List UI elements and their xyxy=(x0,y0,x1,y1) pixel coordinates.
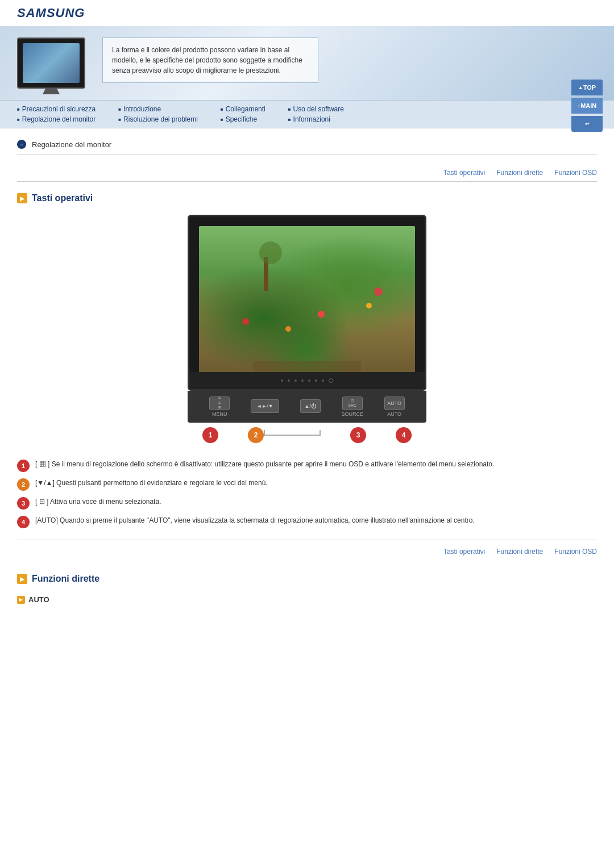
monitor-display xyxy=(188,215,426,391)
monitor-thumbnail xyxy=(17,37,85,89)
section2-header: ▶ Funzioni dirette xyxy=(17,574,597,584)
nav-item-informazioni[interactable]: Informazioni xyxy=(288,115,344,123)
desc-item-2: 2 [▼/▲] Questi pulsanti permettono di ev… xyxy=(17,478,597,491)
tab-funzioni-dirette[interactable]: Funzioni dirette xyxy=(496,169,543,177)
num-3: 3 xyxy=(350,427,366,443)
section2-sub-header: ▶ AUTO xyxy=(17,595,597,604)
num-4: 4 xyxy=(396,427,412,443)
back-button[interactable]: ↩ xyxy=(571,116,603,132)
nav-item-regolazione[interactable]: Regolazione del monitor xyxy=(17,115,96,123)
desc-num-2: 2 xyxy=(17,478,30,491)
up-power-btn[interactable]: ▲/⏻ xyxy=(300,399,321,414)
nav-column-2: Introduzione Risoluzione dei problemi xyxy=(118,105,198,123)
section2: ▶ Funzioni dirette ▶ AUTO xyxy=(17,574,597,604)
nav-item-specifiche[interactable]: Specifiche xyxy=(221,115,265,123)
desc-text-2: [▼/▲] Questi pulsanti permettono di evid… xyxy=(35,478,268,488)
nav-item-risoluzione[interactable]: Risoluzione dei problemi xyxy=(118,115,198,123)
tab-tasti-operativi[interactable]: Tasti operativi xyxy=(443,169,485,177)
breadcrumb-icon: ○ xyxy=(17,140,26,149)
tab-bottom-funzioni-dirette[interactable]: Funzioni dirette xyxy=(496,548,543,556)
nav-item-precauzioni[interactable]: Precauzioni di sicurezza xyxy=(17,105,96,113)
desc-list: 1 [ 囲 ] Se il menu di regolazione dello … xyxy=(17,459,597,528)
nav-column-3: Collegamenti Specifiche xyxy=(221,105,265,123)
sub-icon-auto: ▶ xyxy=(17,596,25,604)
auto-btn[interactable]: AUTO AUTO xyxy=(384,397,405,417)
num-1: 1 xyxy=(202,427,218,443)
desc-item-3: 3 [ ⊟ ] Attiva una voce di menu selezion… xyxy=(17,496,597,510)
nav-column-1: Precauzioni di sicurezza Regolazione del… xyxy=(17,105,96,123)
desc-text-3: [ ⊟ ] Attiva una voce di menu selezionat… xyxy=(35,496,161,507)
header: SAMSUNG La forma e il colore del prodott… xyxy=(0,0,614,100)
number-row: 1 2 3 4 xyxy=(188,423,426,448)
breadcrumb-text: Regolazione del monitor xyxy=(32,140,111,149)
nav-item-collegamenti[interactable]: Collegamenti xyxy=(221,105,265,113)
header-description: La forma e il colore del prodotto posson… xyxy=(112,46,302,74)
desc-num-3: 3 xyxy=(17,497,30,510)
tab-nav-top: Tasti operativi Funzioni dirette Funzion… xyxy=(17,164,597,182)
tab-funzioni-osd[interactable]: Funzioni OSD xyxy=(554,169,597,177)
desc-num-4: 4 xyxy=(17,516,30,528)
section2-title: Funzioni dirette xyxy=(32,574,99,584)
nav-bar: Precauzioni di sicurezza Regolazione del… xyxy=(0,100,614,128)
top-button[interactable]: ▲ TOP xyxy=(571,80,603,95)
menu-btn[interactable]: ≡≡≡ MENU xyxy=(209,397,230,417)
desc-item-4: 4 [AUTO] Quando si preme il pulsante "AU… xyxy=(17,515,597,528)
tab-bottom-tasti[interactable]: Tasti operativi xyxy=(443,548,485,556)
tab-nav-bottom: Tasti operativi Funzioni dirette Funzion… xyxy=(17,540,597,562)
header-description-box: La forma e il colore del prodotto posson… xyxy=(102,37,318,83)
nav-item-introduzione[interactable]: Introduzione xyxy=(118,105,198,113)
desc-text-4: [AUTO] Quando si preme il pulsante "AUTO… xyxy=(35,515,475,525)
side-buttons: ▲ TOP ⌂ MAIN ↩ xyxy=(571,80,603,132)
desc-text-1: [ 囲 ] Se il menu di regolazione dello sc… xyxy=(35,459,494,469)
nav-column-4: Uso del software Informazioni xyxy=(288,105,344,123)
desc-item-1: 1 [ 囲 ] Se il menu di regolazione dello … xyxy=(17,459,597,472)
section1-title: Tasti operativi xyxy=(32,193,93,203)
main-button[interactable]: ⌂ MAIN xyxy=(571,98,603,114)
section1-icon: ▶ xyxy=(17,193,27,203)
section2-icon: ▶ xyxy=(17,574,27,584)
desc-num-1: 1 xyxy=(17,460,30,472)
breadcrumb: ○ Regolazione del monitor xyxy=(17,140,597,155)
brand-logo: SAMSUNG xyxy=(17,6,597,20)
arrows-btn[interactable]: ◄►/▼ xyxy=(251,399,279,414)
controls-panel: ≡≡≡ MENU ◄►/▼ ▲/⏻ ⊡SRC SOURCE xyxy=(188,391,426,423)
section2-sub-title: AUTO xyxy=(28,595,49,604)
section1-header: ▶ Tasti operativi xyxy=(17,193,597,203)
source-btn[interactable]: ⊡SRC SOURCE xyxy=(341,397,363,417)
tab-bottom-funzioni-osd[interactable]: Funzioni OSD xyxy=(554,548,597,556)
main-content: ○ Regolazione del monitor Tasti operativ… xyxy=(0,128,614,620)
nav-item-software[interactable]: Uso del software xyxy=(288,105,344,113)
num-2: 2 xyxy=(248,427,264,443)
